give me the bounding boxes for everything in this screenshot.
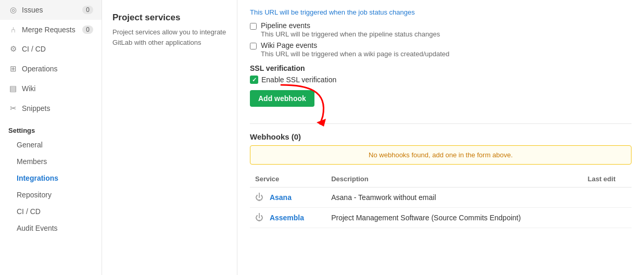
section-divider — [250, 123, 632, 124]
ssl-checkbox[interactable] — [250, 76, 258, 84]
sidebar-sub-item-repository[interactable]: Repository — [0, 186, 102, 203]
webhooks-header: Webhooks (0) — [250, 132, 632, 141]
sidebar-item-issues[interactable]: ◎ Issues 0 — [0, 0, 102, 20]
add-webhook-area: Add webhook — [250, 90, 314, 107]
sidebar-sub-item-members[interactable]: Members — [0, 153, 102, 170]
sidebar-sub-item-ci-cd-settings[interactable]: CI / CD — [0, 203, 102, 220]
snippets-icon: ✂ — [8, 104, 18, 113]
project-services-description: Project services allow you to integrate … — [112, 27, 226, 47]
merge-requests-icon: ⑃ — [8, 25, 18, 34]
sidebar-item-operations[interactable]: ⊞ Operations — [0, 59, 102, 79]
pipeline-events-description: This URL will be triggered when the pipe… — [261, 30, 440, 38]
service-last-edit-cell — [583, 208, 632, 228]
ssl-enable-label: Enable SSL verification — [261, 76, 336, 84]
service-icon-cell: ⏻ Asana — [250, 188, 326, 208]
services-table: Service Description Last edit ⏻ Asana As… — [250, 171, 632, 228]
wiki-icon: ▤ — [8, 84, 18, 93]
sidebar-sub-item-integrations[interactable]: Integrations — [0, 170, 102, 186]
service-name-link[interactable]: Asana — [270, 193, 292, 202]
ssl-section-label: SSL verification — [250, 64, 632, 72]
service-icon-cell: ⏻ Assembla — [250, 208, 326, 228]
service-description-cell: Asana - Teamwork without email — [326, 188, 583, 208]
table-header-service: Service — [250, 171, 326, 188]
pipeline-events-checkbox[interactable] — [250, 23, 257, 30]
ci-cd-icon: ⚙ — [8, 44, 18, 54]
project-services-title: Project services — [112, 12, 226, 23]
right-panel: This URL will be triggered when the job … — [237, 0, 644, 275]
add-webhook-button[interactable]: Add webhook — [250, 90, 314, 107]
sidebar-item-merge-requests[interactable]: ⑃ Merge Requests 0 — [0, 20, 102, 39]
service-name-link[interactable]: Assembla — [270, 214, 304, 222]
issues-icon: ◎ — [8, 5, 18, 15]
ssl-row: Enable SSL verification — [250, 76, 632, 84]
wiki-page-events-label: Wiki Page events — [261, 41, 449, 49]
operations-icon: ⊞ — [8, 64, 18, 73]
sidebar-sub-item-general[interactable]: General — [0, 136, 102, 153]
settings-section-header: Settings — [0, 118, 102, 136]
pipeline-events-row: Pipeline events This URL will be trigger… — [250, 21, 632, 38]
table-row: ⏻ Assembla Project Management Software (… — [250, 208, 632, 228]
table-header-description: Description — [326, 171, 583, 188]
service-power-icon: ⏻ — [255, 213, 263, 222]
main-content: Project services Project services allow … — [102, 0, 644, 275]
pipeline-events-label: Pipeline events — [261, 21, 440, 30]
table-header-last-edit: Last edit — [583, 171, 632, 188]
content-area: Project services Project services allow … — [102, 0, 644, 275]
sidebar: ◎ Issues 0 ⑃ Merge Requests 0 ⚙ CI / CD … — [0, 0, 102, 275]
wiki-page-events-description: This URL will be triggered when a wiki p… — [261, 50, 449, 58]
job-status-description: This URL will be triggered when the job … — [250, 8, 632, 16]
sidebar-item-wiki[interactable]: ▤ Wiki — [0, 79, 102, 98]
wiki-page-events-row: Wiki Page events This URL will be trigge… — [250, 41, 632, 58]
svg-marker-0 — [317, 119, 326, 127]
sidebar-item-snippets[interactable]: ✂ Snippets — [0, 98, 102, 118]
left-panel: Project services Project services allow … — [102, 0, 237, 275]
service-description-cell: Project Management Software (Source Comm… — [326, 208, 583, 228]
sidebar-item-ci-cd[interactable]: ⚙ CI / CD — [0, 39, 102, 59]
sidebar-sub-item-audit-events[interactable]: Audit Events — [0, 220, 102, 236]
no-webhooks-notice: No webhooks found, add one in the form a… — [250, 145, 632, 165]
service-power-icon: ⏻ — [255, 193, 263, 202]
service-last-edit-cell — [583, 188, 632, 208]
wiki-page-events-checkbox[interactable] — [250, 43, 257, 49]
table-row: ⏻ Asana Asana - Teamwork without email — [250, 188, 632, 208]
